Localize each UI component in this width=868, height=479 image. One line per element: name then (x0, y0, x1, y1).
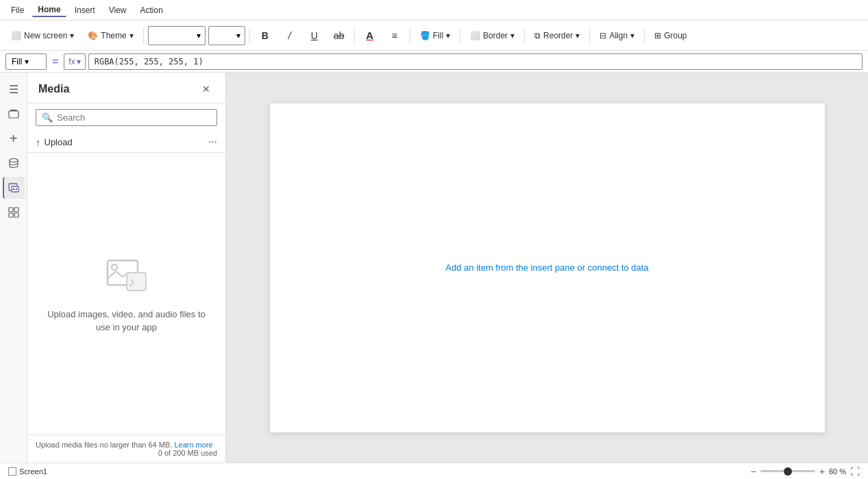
align-button[interactable]: ≡ (384, 26, 406, 45)
separator-5 (460, 27, 460, 44)
screen-tab[interactable]: Screen1 (8, 467, 47, 476)
font-dropdown[interactable]: ▾ (148, 26, 206, 45)
separator-8 (644, 27, 645, 44)
svg-point-5 (12, 188, 14, 191)
fill-button[interactable]: 🪣 Fill ▾ (414, 28, 456, 43)
media-empty-text: Upload images, video, and audio files to… (41, 308, 212, 333)
media-icon (8, 182, 21, 194)
zoom-slider[interactable] (760, 470, 815, 472)
new-screen-icon: ⬜ (11, 31, 21, 40)
main-layout: ☰ + (0, 73, 868, 463)
fullscreen-button[interactable]: ⛶ (850, 466, 860, 477)
components-icon (8, 206, 20, 219)
fx-button[interactable]: fx ▾ (64, 53, 85, 70)
chevron-down-icon: ▾ (129, 31, 134, 40)
separator-7 (589, 27, 590, 44)
svg-rect-0 (9, 111, 18, 118)
chevron-down-icon: ▾ (630, 31, 634, 40)
upload-icon: ↑ (36, 137, 40, 147)
bold-button[interactable]: B (254, 26, 276, 45)
hamburger-menu-item[interactable]: ☰ (3, 78, 25, 100)
fill-icon: 🪣 (420, 31, 430, 40)
media-search-input[interactable] (57, 112, 211, 123)
menu-view[interactable]: View (103, 4, 132, 16)
theme-icon: 🎨 (88, 31, 98, 40)
hamburger-icon: ☰ (9, 83, 18, 96)
upload-button[interactable]: ↑ Upload (36, 137, 73, 147)
media-panel-header: Media ✕ (27, 73, 225, 103)
layers-icon (8, 108, 20, 120)
menu-home[interactable]: Home (32, 3, 66, 17)
separator-3 (354, 27, 355, 44)
equals-button[interactable]: = (49, 56, 61, 68)
chevron-down-icon: ▾ (70, 31, 74, 40)
zoom-controls: − + 60 % ⛶ (751, 466, 860, 477)
media-panel-title: Media (38, 83, 69, 95)
svg-point-11 (112, 265, 117, 270)
icon-sidebar: ☰ + (0, 73, 27, 463)
svg-point-2 (10, 159, 18, 162)
svg-rect-7 (14, 208, 18, 212)
connect-to-data-link[interactable]: connect to data (588, 262, 649, 273)
zoom-slider-thumb (784, 467, 792, 476)
media-footer: Upload media files no larger than 64 MB.… (27, 434, 225, 463)
components-sidebar-item[interactable] (3, 201, 25, 223)
menu-insert[interactable]: Insert (69, 4, 101, 16)
media-empty-icon: ♪ (105, 254, 149, 297)
menu-file[interactable]: File (5, 4, 29, 16)
italic-button[interactable]: / (279, 26, 301, 45)
svg-rect-9 (14, 213, 18, 217)
theme-button[interactable]: 🎨 Theme ▾ (82, 28, 138, 43)
media-upload-row: ↑ Upload ··· (27, 132, 225, 153)
learn-more-link[interactable]: Learn more (174, 441, 212, 449)
chevron-down-icon: ▾ (575, 31, 580, 40)
font-size-dropdown[interactable]: ▾ (208, 26, 245, 45)
group-button[interactable]: ⊞ Group (649, 28, 692, 43)
border-button[interactable]: ⬜ Border ▾ (464, 28, 520, 43)
media-sidebar-item[interactable] (3, 177, 25, 199)
canvas-area[interactable]: Add an item from the insert pane or conn… (226, 73, 868, 463)
formula-bar: Fill ▾ = fx ▾ (0, 51, 868, 73)
toolbar: ⬜ New screen ▾ 🎨 Theme ▾ ▾ ▾ B / U ab A … (0, 21, 868, 51)
data-icon (8, 157, 20, 169)
close-icon: ✕ (202, 84, 210, 95)
zoom-minus-button[interactable]: − (751, 466, 756, 477)
media-search-box[interactable]: 🔍 (36, 109, 217, 126)
group-icon: ⊞ (654, 31, 661, 40)
formula-input[interactable] (88, 53, 863, 70)
align-btn[interactable]: ⊟ Align ▾ (594, 28, 640, 43)
media-footer-text: Upload media files no larger than 64 MB. (36, 441, 172, 449)
zoom-plus-button[interactable]: + (819, 466, 825, 477)
font-color-button[interactable]: A (359, 26, 381, 45)
data-sidebar-item[interactable] (3, 152, 25, 174)
media-empty-state: ♪ Upload images, video, and audio files … (27, 153, 225, 434)
svg-rect-1 (10, 110, 17, 111)
screen-tab-icon (8, 467, 16, 476)
underline-button[interactable]: U (303, 26, 325, 45)
layers-sidebar-item[interactable] (3, 103, 25, 125)
reorder-icon: ⧉ (534, 31, 541, 40)
separator-6 (524, 27, 525, 44)
new-screen-button[interactable]: ⬜ New screen ▾ (5, 28, 79, 43)
svg-rect-6 (9, 208, 13, 212)
reorder-button[interactable]: ⧉ Reorder ▾ (529, 28, 585, 43)
strikethrough-button[interactable]: ab (328, 26, 350, 45)
svg-rect-8 (9, 213, 13, 217)
border-icon: ⬜ (470, 31, 480, 40)
canvas-hint: Add an item from the insert pane or conn… (445, 262, 648, 273)
menu-action[interactable]: Action (135, 4, 169, 16)
media-more-button[interactable]: ··· (208, 136, 217, 148)
canvas-screen: Add an item from the insert pane or conn… (270, 103, 825, 432)
media-panel-close-button[interactable]: ✕ (198, 81, 214, 97)
media-storage-text: 0 of 200 MB used (36, 449, 217, 457)
add-sidebar-item[interactable]: + (3, 127, 25, 149)
formula-property-dropdown[interactable]: Fill ▾ (5, 53, 47, 70)
search-icon: 🔍 (42, 112, 53, 123)
chevron-down-icon: ▾ (236, 31, 240, 40)
separator-1 (143, 27, 144, 44)
status-bar: Screen1 − + 60 % ⛶ (0, 463, 868, 479)
separator-4 (410, 27, 410, 44)
zoom-value: 60 % (829, 467, 846, 476)
add-icon: + (10, 131, 18, 147)
svg-text:♪: ♪ (128, 274, 135, 289)
